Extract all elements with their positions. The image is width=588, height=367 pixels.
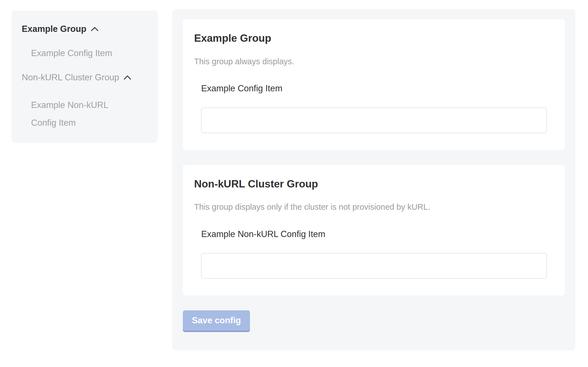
example-config-item-input[interactable] (201, 108, 547, 133)
sidebar-group-label: Example Group (22, 24, 86, 34)
config-content-panel: Example Group This group always displays… (172, 9, 575, 350)
sidebar-group-non-kurl-cluster-group[interactable]: Non-kURL Cluster Group (22, 72, 150, 83)
config-group-card-non-kurl-cluster-group: Non-kURL Cluster Group This group displa… (183, 165, 565, 296)
group-description: This group always displays. (194, 57, 554, 67)
field-label-example-config-item: Example Config Item (201, 84, 547, 93)
group-title: Example Group (194, 33, 554, 44)
config-page: Example Group Example Config Item Non-kU… (0, 0, 588, 367)
config-group-card-example-group: Example Group This group always displays… (183, 19, 565, 150)
chevron-up-icon (124, 75, 131, 80)
group-title: Non-kURL Cluster Group (194, 178, 554, 190)
sidebar-item-example-config-item[interactable]: Example Config Item (31, 48, 150, 59)
save-config-button[interactable]: Save config (183, 310, 250, 331)
nav-group-non-kurl-cluster-group: Non-kURL Cluster Group Example Non-kURL … (22, 72, 150, 132)
sidebar-item-example-non-kurl-config-item[interactable]: Example Non-kURL Config Item (31, 96, 124, 132)
chevron-up-icon (91, 27, 98, 31)
sidebar-group-label: Non-kURL Cluster Group (22, 72, 119, 83)
sidebar-group-example-group[interactable]: Example Group (22, 24, 150, 34)
field-label-example-non-kurl-config-item: Example Non-kURL Config Item (201, 229, 547, 239)
example-non-kurl-config-item-input[interactable] (201, 253, 547, 278)
group-description: This group displays only if the cluster … (194, 202, 554, 212)
nav-group-example-group: Example Group Example Config Item (22, 24, 150, 59)
config-nav-sidebar: Example Group Example Config Item Non-kU… (12, 10, 158, 143)
